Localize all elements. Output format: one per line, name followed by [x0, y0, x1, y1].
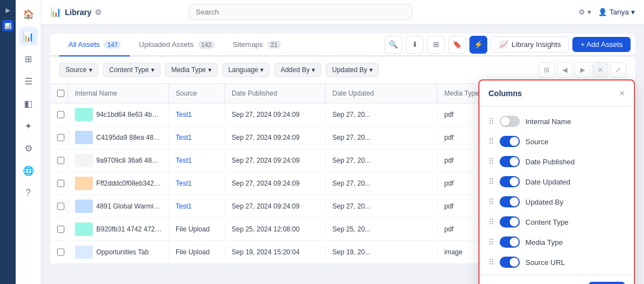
sidebar-item-list[interactable]: ☰ [19, 72, 38, 91]
td-cb-4 [50, 175, 68, 192]
next-col-btn[interactable]: ▶ [575, 62, 590, 78]
drag-handle-updated-by[interactable]: ⠿ [488, 197, 494, 206]
content-type-filter[interactable]: Content Type ▾ [103, 63, 161, 77]
toggle-content-type[interactable] [500, 216, 520, 228]
panel-header: Columns × [480, 81, 634, 107]
row-checkbox-1[interactable] [57, 111, 64, 119]
settings-gear-icon[interactable]: ⚙ [95, 8, 102, 17]
row-checkbox-2[interactable] [57, 134, 64, 141]
logo-icon: 📊 [2, 20, 13, 31]
drag-handle-source-url[interactable]: ⠿ [488, 258, 494, 267]
row-checkbox-4[interactable] [57, 179, 64, 187]
close-filter-btn[interactable]: ✕ [593, 62, 608, 78]
tab-all-assets[interactable]: All Assets 147 [59, 34, 130, 56]
drag-handle-date-updated[interactable]: ⠿ [488, 177, 494, 186]
drag-handle-internal-name[interactable]: ⠿ [488, 117, 494, 126]
tab-badge-uploaded: 142 [198, 41, 215, 49]
expand-icon[interactable]: ▶ [2, 4, 13, 16]
apply-button[interactable]: Apply [589, 282, 625, 284]
settings-arrow: ▾ [587, 8, 591, 16]
column-item-content-type: ⠿ Content Type [480, 212, 634, 232]
sidebar-item-layers[interactable]: ◧ [19, 94, 38, 113]
settings-dropdown[interactable]: ⚙ ▾ [579, 8, 591, 16]
tab-uploaded-assets[interactable]: Uploaded Assets 142 [130, 34, 224, 56]
td-source-2: Test1 [169, 129, 225, 146]
top-header: 📊 Library ⚙ ⚙ ▾ 👤 Tanya ▾ [41, 0, 644, 25]
select-all-checkbox[interactable] [57, 89, 64, 97]
sidebar-item-grid[interactable]: ⊞ [19, 49, 38, 68]
td-name-5: 4891 Global Warming Impacts [68, 195, 169, 217]
thumb-6 [75, 223, 93, 236]
user-icon: 👤 [598, 8, 607, 16]
drag-handle-date-published[interactable]: ⠿ [488, 157, 494, 166]
drag-handle-source[interactable]: ⠿ [488, 137, 494, 146]
main-content: 📊 Library ⚙ ⚙ ▾ 👤 Tanya ▾ [41, 0, 644, 284]
td-updated-5: Sep 27, 20... [326, 198, 438, 215]
added-by-filter[interactable]: Added By ▾ [274, 63, 321, 77]
add-assets-button[interactable]: + Add Assets [572, 37, 631, 52]
row-checkbox-3[interactable] [57, 157, 64, 164]
sidebar-item-home[interactable]: 🏠 [19, 4, 38, 23]
media-type-arrow: ▾ [208, 66, 211, 74]
language-filter[interactable]: Language ▾ [222, 63, 270, 77]
drag-handle-media-type[interactable]: ⠿ [488, 238, 494, 247]
toggle-date-updated[interactable] [500, 176, 520, 187]
sidebar-item-settings[interactable]: ⚙ [19, 139, 38, 158]
sidebar-item-tools[interactable]: ✦ [19, 116, 38, 135]
header-title: 📊 Library ⚙ [50, 7, 102, 17]
column-item-source-url: ⠿ Source URL [480, 252, 634, 272]
toggle-source[interactable] [500, 136, 520, 147]
reorder-btn[interactable]: ⤢ [610, 62, 626, 78]
td-source-5: Test1 [169, 198, 225, 215]
row-checkbox-6[interactable] [57, 225, 64, 233]
cancel-button[interactable]: Cancel [544, 282, 584, 284]
toggle-date-published[interactable] [500, 156, 520, 167]
prev-col-btn[interactable]: ◀ [557, 62, 572, 78]
insights-button[interactable]: 📈 Library Insights [491, 36, 569, 53]
panel-body: ⠿ Internal Name ⠿ Source ⠿ Date Publishe… [480, 107, 634, 274]
media-type-filter[interactable]: Media Type ▾ [165, 63, 218, 77]
column-item-date-updated: ⠿ Date Updated [480, 172, 634, 192]
td-name-1: 94c1bd64 8e63 4b1f B60b F65622632c91 [68, 103, 169, 126]
column-label-date-published: Date Published [525, 158, 625, 166]
drag-handle-content-type[interactable]: ⠿ [488, 217, 494, 226]
column-label-source-url: Source URL [525, 258, 625, 267]
panel-close-button[interactable]: × [619, 88, 625, 98]
search-input[interactable] [189, 4, 412, 20]
toggle-updated-by[interactable] [500, 196, 520, 207]
td-published-3: Sep 27, 2024 09:24:09 [225, 152, 326, 169]
tab-sitemaps[interactable]: Sitemaps 21 [224, 34, 290, 56]
td-published-6: Sep 25, 2024 12:08:00 [225, 221, 326, 238]
td-name-2: C4195da9 88ea 482c Ab0c 454355672105 [68, 126, 169, 149]
expand-cols-btn[interactable]: ⊞ [539, 62, 554, 78]
content-type-label: Content Type [109, 66, 149, 74]
column-item-updated-by: ⠿ Updated By [480, 192, 634, 212]
updated-by-filter[interactable]: Updated By ▾ [326, 63, 379, 77]
search-button[interactable]: 🔍 [384, 36, 402, 54]
td-updated-7: Sep 19, 20... [326, 244, 438, 261]
download-button[interactable]: ⬇ [406, 36, 424, 54]
columns-panel: Columns × ⠿ Internal Name ⠿ Source [478, 79, 635, 284]
td-source-1: Test1 [169, 106, 225, 123]
toggle-media-type[interactable] [500, 236, 520, 248]
sidebar-item-help[interactable]: ? [19, 183, 38, 202]
tabs-container: All Assets 147 Uploaded Assets 142 Sitem… [50, 34, 290, 55]
footer-actions: Cancel Apply [544, 282, 625, 284]
row-checkbox-5[interactable] [57, 202, 64, 210]
td-name-4: Fff2dddc0f08eb3429fd02dc1974f3b4a1fc42e2 [68, 172, 169, 195]
row-checkbox-7[interactable] [57, 248, 64, 256]
source-filter[interactable]: Source ▾ [59, 63, 98, 77]
toggle-internal-name[interactable] [500, 116, 520, 127]
columns-view-button[interactable]: ⊞ [427, 36, 445, 54]
sidebar-item-globe[interactable]: 🌐 [19, 161, 38, 180]
user-menu[interactable]: 👤 Tanya ▾ [598, 8, 635, 16]
sidebar-item-analytics[interactable]: 📊 [19, 27, 38, 46]
thumb-5 [75, 200, 93, 213]
updated-by-label: Updated By [332, 66, 367, 74]
bookmark-button[interactable]: 🔖 [448, 36, 466, 54]
td-cb-7 [50, 244, 68, 261]
th-date-published: Date Published [225, 84, 326, 103]
filter-active-button[interactable]: ⚡ [469, 36, 487, 54]
toggle-source-url[interactable] [500, 257, 520, 268]
tabs-bar: All Assets 147 Uploaded Assets 142 Sitem… [50, 34, 635, 56]
